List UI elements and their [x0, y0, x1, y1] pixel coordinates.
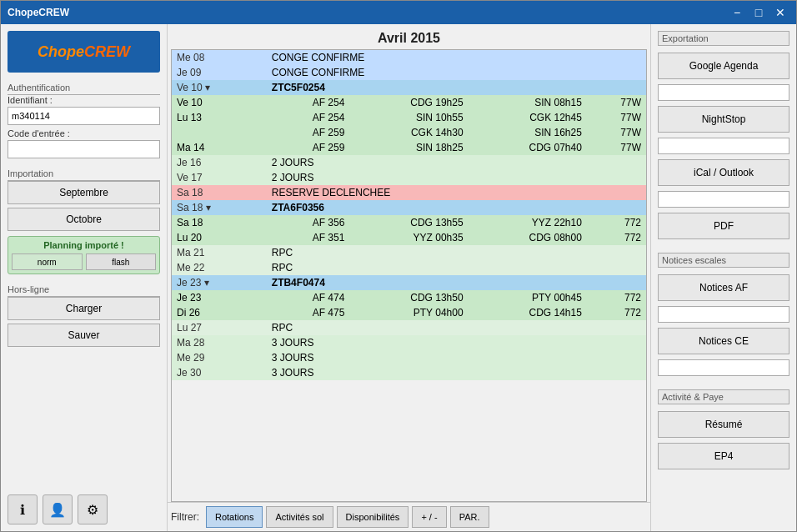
row-flight: AF 259: [267, 140, 350, 155]
row-dep: CGK 14h30: [349, 125, 468, 140]
row-arr: CGK 12h45: [469, 110, 587, 125]
table-row: Ve 10AF 254CDG 19h25SIN 08h1577W: [172, 95, 646, 110]
google-agenda-button[interactable]: Google Agenda: [658, 53, 789, 79]
filter-bar: Filtrer: Rotations Activités sol Disponi…: [168, 502, 650, 531]
title-bar: ChopeCREW − □ ✕: [1, 1, 796, 24]
sauver-button[interactable]: Sauver: [8, 324, 160, 347]
filter-par-button[interactable]: PAR.: [450, 506, 489, 528]
table-row: Sa 18 ▾ZTA6F0356: [172, 200, 646, 215]
window-controls: − □ ✕: [728, 3, 789, 22]
exportation-label: Exportation: [658, 31, 789, 46]
row-dep: YYZ 00h35: [349, 230, 468, 245]
table-row: Lu 20AF 351YYZ 00h35CDG 08h00772: [172, 230, 646, 245]
planning-imported-text: Planning importé !: [12, 240, 156, 250]
row-aircraft: 772: [587, 230, 646, 245]
google-input[interactable]: [658, 84, 789, 101]
septembre-button[interactable]: Septembre: [8, 181, 160, 204]
table-row: Ma 21RPC: [172, 245, 646, 260]
row-content: ZTA6F0356: [267, 200, 646, 215]
norm-button[interactable]: norm: [12, 253, 83, 270]
notices-ce-button[interactable]: Notices CE: [658, 328, 789, 354]
row-day: Ma 21: [172, 245, 267, 260]
row-content: ZTC5F0254: [267, 80, 646, 95]
row-content: 3 JOURS: [267, 350, 646, 365]
row-flight: AF 475: [267, 305, 350, 320]
import-label: Importation: [8, 168, 160, 181]
row-day: Je 30: [172, 365, 267, 380]
row-content: 2 JOURS: [267, 155, 646, 170]
row-flight: AF 474: [267, 290, 350, 305]
main-content: ChopeCREW Authentification Identifiant :…: [1, 24, 796, 531]
row-day: Ve 10: [172, 95, 267, 110]
code-input[interactable]: [8, 140, 160, 158]
row-content: 3 JOURS: [267, 335, 646, 350]
row-flight: AF 254: [267, 95, 350, 110]
charger-button[interactable]: Charger: [8, 297, 160, 320]
table-row: Lu 13AF 254SIN 10h55CGK 12h4577W: [172, 110, 646, 125]
row-day: Me 29: [172, 350, 267, 365]
row-day: Je 09: [172, 65, 267, 80]
row-aircraft: 77W: [587, 125, 646, 140]
notices-af-input[interactable]: [658, 306, 789, 323]
row-day: Je 23 ▾: [172, 275, 267, 290]
row-arr: CDG 14h15: [469, 305, 587, 320]
row-aircraft: 77W: [587, 110, 646, 125]
row-day: Sa 18: [172, 185, 267, 200]
filter-dispo-button[interactable]: Disponibilités: [337, 506, 409, 528]
table-row: Sa 18RESERVE DECLENCHEE: [172, 185, 646, 200]
row-content: 2 JOURS: [267, 170, 646, 185]
row-flight: AF 254: [267, 110, 350, 125]
notices-ce-input[interactable]: [658, 359, 789, 376]
table-row: Je 162 JOURS: [172, 155, 646, 170]
flash-button[interactable]: flash: [86, 253, 157, 270]
table-row: Sa 18AF 356CDG 13h55YYZ 22h10772: [172, 215, 646, 230]
schedule-table-container[interactable]: Me 08CONGE CONFIRMEJe 09CONGE CONFIRMEVe…: [171, 49, 647, 502]
notices-af-button[interactable]: Notices AF: [658, 274, 789, 301]
id-input[interactable]: [8, 107, 160, 125]
row-day: Lu 27: [172, 320, 267, 335]
row-arr: YYZ 22h10: [469, 215, 587, 230]
person-icon: 👤: [49, 502, 66, 518]
maximize-button[interactable]: □: [749, 3, 768, 22]
row-arr: SIN 16h25: [469, 125, 587, 140]
table-row: Ma 14AF 259SIN 18h25CDG 07h4077W: [172, 140, 646, 155]
table-row: Je 09CONGE CONFIRME: [172, 65, 646, 80]
nightstop-input[interactable]: [658, 138, 789, 154]
person-icon-button[interactable]: 👤: [43, 494, 73, 524]
filter-rotations-button[interactable]: Rotations: [206, 506, 263, 528]
ical-input[interactable]: [658, 191, 789, 208]
row-content: CONGE CONFIRME: [267, 65, 646, 80]
row-day: Lu 13: [172, 110, 267, 125]
table-row: Di 26AF 475PTY 04h00CDG 14h15772: [172, 305, 646, 320]
calendar-title: Avril 2015: [168, 24, 650, 49]
row-flight: AF 356: [267, 215, 350, 230]
table-row: Lu 27RPC: [172, 320, 646, 335]
notices-label: Notices escales: [658, 253, 789, 268]
main-window: ChopeCREW − □ ✕ ChopeCREW Authentificati…: [0, 0, 797, 532]
filter-activites-button[interactable]: Activités sol: [266, 506, 333, 528]
row-day: Ma 14: [172, 140, 267, 155]
nightstop-button[interactable]: NightStop: [658, 106, 789, 133]
info-icon-button[interactable]: ℹ: [8, 494, 38, 524]
row-content: RPC: [267, 320, 646, 335]
resume-button[interactable]: Résumé: [658, 411, 789, 438]
row-dep: PTY 04h00: [349, 305, 468, 320]
gear-icon-button[interactable]: ⚙: [78, 494, 108, 524]
planning-imported-box: Planning importé ! norm flash: [8, 236, 160, 274]
minimize-button[interactable]: −: [728, 3, 746, 22]
row-content: ZTB4F0474: [267, 275, 646, 290]
table-row: Me 22RPC: [172, 260, 646, 275]
row-day: Ve 17: [172, 170, 267, 185]
ep4-button[interactable]: EP4: [658, 443, 789, 469]
close-button[interactable]: ✕: [771, 3, 789, 22]
hors-ligne-section: Hors-ligne Charger Sauver: [8, 281, 160, 347]
row-content: RESERVE DECLENCHEE: [267, 185, 646, 200]
center-area: Avril 2015 Me 08CONGE CONFIRMEJe 09CONGE…: [168, 24, 650, 531]
code-label: Code d'entrée :: [8, 128, 160, 138]
pdf-button[interactable]: PDF: [658, 213, 789, 239]
row-content: 3 JOURS: [267, 365, 646, 380]
octobre-button[interactable]: Octobre: [8, 208, 160, 231]
row-day: [172, 125, 267, 140]
filter-plusminus-button[interactable]: + / -: [412, 506, 446, 528]
ical-button[interactable]: iCal / Outlook: [658, 159, 789, 186]
